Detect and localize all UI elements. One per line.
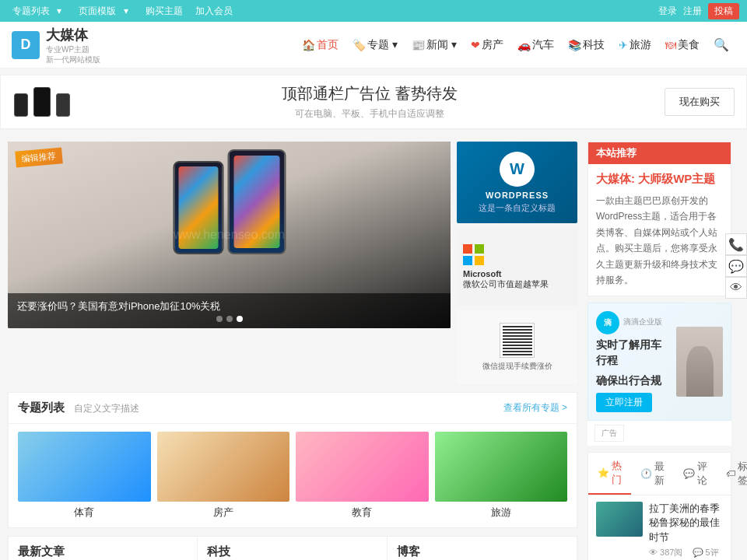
side-news: W WORDPRESS 这是一条自定义标题 bbox=[457, 142, 577, 384]
category-education[interactable]: 教育 bbox=[296, 432, 429, 520]
search-icon[interactable]: 🔍 bbox=[707, 37, 735, 52]
login-link[interactable]: 登录 bbox=[658, 5, 677, 18]
tab-latest[interactable]: 🕐 最新 bbox=[631, 453, 674, 495]
category-header: 专题列表 自定义文字描述 查看所有专题 > bbox=[9, 393, 577, 424]
articles-col-tech: 科技 › 埃隆·马斯克：特斯拉距离死亡曾只差几周 › 同程艺龙终上市：腾讯携程成… bbox=[198, 537, 387, 560]
nav-home[interactable]: 🏠首页 bbox=[296, 22, 345, 68]
category-travel-label: 旅游 bbox=[435, 506, 568, 520]
recommend-desc: 一款由主题巴巴原创开发的WordPress主题，适合用于各类博客、自媒体网站或个… bbox=[596, 193, 723, 288]
nav-zhuanti[interactable]: 🏷️专题 ▾ bbox=[346, 22, 404, 68]
category-subtitle: 自定义文字描述 bbox=[74, 403, 139, 414]
nav-realestate[interactable]: ❤房产 bbox=[465, 22, 510, 68]
didi-title-line2: 确保出行合规 bbox=[596, 373, 670, 389]
float-buttons: 📞 💬 👁 bbox=[725, 233, 747, 299]
header: D 大媒体 专业WP主题新一代网站模版 🏠首页 🏷️专题 ▾ 📰新闻 ▾ ❤房产… bbox=[0, 22, 747, 68]
featured-section: www.henenseo.com 编辑推荐 还要涨价吗？美国有意对iPhone加… bbox=[8, 142, 577, 384]
category-section: 专题列表 自定义文字描述 查看所有专题 > 体育 房产 bbox=[8, 392, 577, 528]
category-travel-img bbox=[435, 432, 568, 502]
right-sidebar: 本站推荐 大媒体: 大师级WP主题 一款由主题巴巴原创开发的WordPress主… bbox=[584, 142, 739, 560]
side-news-wordpress[interactable]: W WORDPRESS 这是一条自定义标题 bbox=[457, 142, 577, 223]
ad-banner-text: 顶部通栏广告位 蓄势待发 可在电脑、平板、手机中自适应调整 bbox=[86, 83, 653, 121]
didi-text: 滴 滴滴企业版 实时了解用车行程 确保出行合规 立即注册 bbox=[596, 311, 670, 412]
recommend-body: 大媒体: 大师级WP主题 一款由主题巴巴原创开发的WordPress主题，适合用… bbox=[588, 164, 731, 296]
tab-article-1[interactable]: 拉丁美洲的春季 秘鲁探秘的最佳时节 👁 387阅读 💬 5评论 bbox=[588, 495, 731, 560]
didi-subtitle: 滴滴企业版 bbox=[623, 317, 662, 327]
category-travel[interactable]: 旅游 bbox=[435, 432, 568, 520]
nav-car[interactable]: 🚗汽车 bbox=[511, 22, 560, 68]
slider-caption: 还要涨价吗？美国有意对iPhone加征10%关税 bbox=[8, 293, 451, 328]
recommend-header: 本站推荐 bbox=[588, 142, 731, 164]
category-sports[interactable]: 体育 bbox=[18, 432, 151, 520]
category-education-label: 教育 bbox=[296, 506, 429, 520]
topbar-item-member[interactable]: 加入会员 bbox=[191, 5, 237, 18]
tab-article-1-title: 拉丁美洲的春季 秘鲁探秘的最佳时节 bbox=[649, 502, 723, 544]
logo-text: 大媒体 专业WP主题新一代网站模版 bbox=[46, 26, 100, 65]
slider-watermark: www.henenseo.com bbox=[174, 228, 285, 242]
main-slider[interactable]: www.henenseo.com 编辑推荐 还要涨价吗？美国有意对iPhone加… bbox=[8, 142, 451, 328]
wp-news-title: 这是一条自定义标题 bbox=[479, 202, 556, 214]
articles-col-blog-title: 博客 bbox=[397, 544, 567, 560]
articles-col-tech-title: 科技 bbox=[207, 544, 377, 560]
category-realestate[interactable]: 房产 bbox=[157, 432, 290, 520]
top-bar: 专题列表 ▾ 页面模版 ▾ 购买主题 加入会员 登录 注册 投稿 bbox=[0, 0, 747, 22]
tag-icon: 🏷 bbox=[726, 468, 735, 479]
didi-person-image bbox=[676, 327, 723, 397]
logo[interactable]: D 大媒体 专业WP主题新一代网站模版 bbox=[12, 26, 100, 65]
submit-btn[interactable]: 投稿 bbox=[708, 3, 739, 19]
tab-tag[interactable]: 🏷 标签 bbox=[717, 453, 747, 495]
tab-article-1-img bbox=[596, 502, 643, 537]
tab-comment[interactable]: 💬 评论 bbox=[674, 453, 717, 495]
tabs-box: ⭐ 热门 🕐 最新 💬 评论 🏷 标签 bbox=[587, 452, 731, 560]
side-news-wechat[interactable]: 微信提现手续费涨价 bbox=[457, 310, 577, 384]
category-more-link[interactable]: 查看所有专题 > bbox=[503, 401, 567, 415]
star-icon: ⭐ bbox=[598, 467, 609, 478]
topbar-item-pages[interactable]: 页面模版 ▾ bbox=[74, 5, 137, 18]
ad-phones-image bbox=[12, 87, 75, 117]
recommend-title[interactable]: 大媒体: 大师级WP主题 bbox=[596, 172, 723, 187]
nav-tech[interactable]: 📚科技 bbox=[562, 22, 611, 68]
float-phone-btn[interactable]: 📞 bbox=[725, 233, 747, 255]
ad-subtitle: 可在电脑、平板、手机中自适应调整 bbox=[86, 107, 653, 121]
float-eye-btn[interactable]: 👁 bbox=[725, 277, 747, 299]
category-sports-img bbox=[18, 432, 151, 502]
main-nav: 🏠首页 🏷️专题 ▾ 📰新闻 ▾ ❤房产 🚗汽车 📚科技 ✈旅游 🍽美食 🔍 bbox=[116, 22, 735, 68]
logo-icon: D bbox=[12, 31, 40, 59]
articles-col-latest-title: 最新文章 bbox=[18, 544, 188, 560]
didi-register-button[interactable]: 立即注册 bbox=[596, 393, 652, 412]
didi-ad: 滴 滴滴企业版 实时了解用车行程 确保出行合规 立即注册 bbox=[587, 303, 731, 446]
category-header-left: 专题列表 自定义文字描述 bbox=[18, 401, 139, 415]
ad-title: 顶部通栏广告位 蓄势待发 bbox=[86, 83, 653, 104]
nav-news[interactable]: 📰新闻 ▾ bbox=[405, 22, 463, 68]
slider-dot-3[interactable] bbox=[237, 316, 243, 322]
category-realestate-img bbox=[157, 432, 290, 502]
articles-col-latest: 最新文章 › 丁磊退身夜店打碟 继续押宝4亿电音市场 › 移动网络正在杀死Wi-… bbox=[9, 537, 198, 560]
didi-logo: 滴 bbox=[596, 311, 619, 334]
tab-content: 拉丁美洲的春季 秘鲁探秘的最佳时节 👁 387阅读 💬 5评论 bbox=[588, 495, 731, 560]
nav-travel[interactable]: ✈旅游 bbox=[612, 22, 658, 68]
ad-label: 广告 bbox=[587, 421, 731, 446]
topbar-item-buy[interactable]: 购买主题 bbox=[141, 5, 188, 18]
didi-title-line1: 实时了解用车行程 bbox=[596, 338, 670, 368]
articles-section: 最新文章 › 丁磊退身夜店打碟 继续押宝4亿电音市场 › 移动网络正在杀死Wi-… bbox=[8, 536, 577, 560]
top-bar-left: 专题列表 ▾ 页面模版 ▾ 购买主题 加入会员 bbox=[8, 5, 237, 18]
wordpress-logo: W bbox=[500, 152, 535, 187]
ad-banner: 顶部通栏广告位 蓄势待发 可在电脑、平板、手机中自适应调整 现在购买 bbox=[0, 75, 747, 129]
tabs-header: ⭐ 热门 🕐 最新 💬 评论 🏷 标签 bbox=[588, 453, 731, 495]
nav-food[interactable]: 🍽美食 bbox=[659, 22, 706, 68]
tab-hot[interactable]: ⭐ 热门 bbox=[588, 453, 631, 495]
category-sports-label: 体育 bbox=[18, 506, 151, 520]
wechat-caption: 微信提现手续费涨价 bbox=[482, 361, 552, 372]
top-bar-right: 登录 注册 投稿 bbox=[658, 3, 739, 19]
topbar-item-zhuanti[interactable]: 专题列表 ▾ bbox=[8, 5, 71, 18]
qr-code bbox=[500, 323, 535, 358]
ms-news-caption: 微软公司市值超越苹果 bbox=[463, 278, 549, 290]
logo-subtitle: 专业WP主题新一代网站模版 bbox=[46, 44, 100, 65]
slider-dot-1[interactable] bbox=[216, 316, 223, 322]
side-news-microsoft[interactable]: Microsoft 微软公司市值超越苹果 bbox=[457, 228, 577, 306]
slider-dot-2[interactable] bbox=[226, 316, 233, 322]
ad-buy-button[interactable]: 现在购买 bbox=[665, 88, 735, 116]
register-link[interactable]: 注册 bbox=[683, 5, 702, 18]
category-education-img bbox=[296, 432, 429, 502]
articles-grid: 最新文章 › 丁磊退身夜店打碟 继续押宝4亿电音市场 › 移动网络正在杀死Wi-… bbox=[9, 537, 577, 560]
float-chat-btn[interactable]: 💬 bbox=[725, 255, 747, 277]
